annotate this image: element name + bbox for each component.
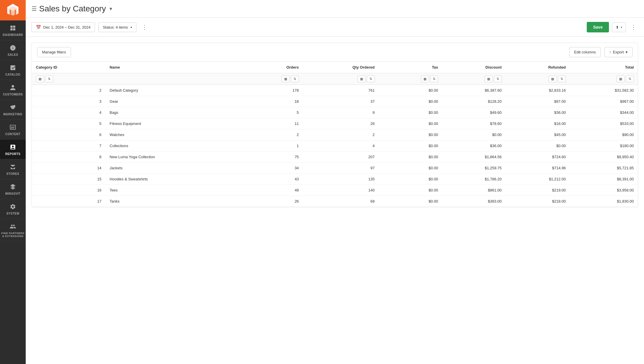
magento-logo-icon: [6, 4, 19, 17]
export-button[interactable]: ↑ Export ▾: [604, 47, 633, 57]
filter-chart-btn-tax[interactable]: ▩: [421, 76, 429, 82]
filter-controls-tax: ▩ ⇅: [383, 76, 438, 82]
save-button[interactable]: Save: [587, 22, 609, 32]
cell-name: Bags: [105, 107, 239, 118]
calendar-icon: 📅: [36, 25, 41, 29]
sidebar-item-reports[interactable]: REPORTS: [0, 140, 26, 159]
sidebar-item-customers-label: CUSTOMERS: [3, 93, 23, 96]
table-container: Manage filters Edit columns ↑ Export ▾ C…: [32, 43, 638, 207]
sidebar-item-content[interactable]: CONTENT: [0, 120, 26, 140]
share-dot: •: [621, 25, 622, 29]
date-range-filter[interactable]: 📅 Dec 1, 2024 – Dec 31, 2024: [32, 22, 95, 32]
cell-tax: $0.00: [379, 85, 442, 96]
filter-sort-btn-qty[interactable]: ⇅: [367, 76, 375, 82]
content-icon: [9, 123, 17, 131]
cell-category-id: 15: [32, 174, 105, 185]
cell-total: $9,950.40: [570, 151, 638, 163]
sales-icon: [9, 44, 17, 52]
table-row: 14Jackets3497$0.00$1,259.75$714.96$5,721…: [32, 163, 638, 174]
table-row: 3Gear1837$0.00$128.20$97.00$967.00: [32, 96, 638, 107]
sidebar-item-system[interactable]: SYSTEM: [0, 199, 26, 219]
status-filter-label: Status: 4 items: [103, 25, 128, 29]
page-title: Sales by Category: [39, 4, 106, 13]
more-options-button[interactable]: ⋮: [629, 22, 638, 32]
filter-chart-btn-refunded[interactable]: ▩: [548, 76, 557, 82]
filter-sort-btn-orders[interactable]: ⇅: [291, 76, 299, 82]
sidebar-item-mirasvit[interactable]: MIRASVIT: [0, 179, 26, 199]
cell-orders: 43: [239, 174, 303, 185]
cell-refunded: $0.00: [506, 140, 570, 151]
sidebar-item-dashboard[interactable]: DASHBOARD: [0, 20, 26, 40]
filter-chart-btn-category-id[interactable]: ▩: [36, 76, 44, 82]
filter-sort-btn-total[interactable]: ⇅: [626, 76, 634, 82]
col-header-discount: Discount: [442, 62, 506, 73]
page-title-container: ☰ Sales by Category ▾: [32, 4, 112, 13]
filter-chart-btn-total[interactable]: ▩: [617, 76, 625, 82]
edit-columns-button[interactable]: Edit columns: [569, 47, 601, 57]
toolbar-right: Save ⬆ • ⋮: [587, 22, 638, 32]
cell-name: Default Category: [105, 85, 239, 96]
filter-chart-btn-orders[interactable]: ▩: [282, 76, 290, 82]
sidebar-logo: [0, 0, 26, 20]
filter-controls-total: ▩ ⇅: [574, 76, 634, 82]
filter-cell-tax: ▩ ⇅: [379, 73, 442, 85]
status-filter[interactable]: Status: 4 items ▾: [98, 22, 136, 32]
filter-sort-btn-tax[interactable]: ⇅: [430, 76, 438, 82]
cell-qty-ordered: 26: [303, 118, 379, 129]
cell-qty-ordered: 37: [303, 96, 379, 107]
sidebar-item-content-label: CONTENT: [5, 133, 20, 136]
col-header-category-id: Category ID: [32, 62, 105, 73]
cell-category-id: 8: [32, 151, 105, 163]
sidebar-item-catalog[interactable]: CATALOG: [0, 60, 26, 80]
cell-total: $967.00: [570, 96, 638, 107]
sidebar-item-marketing-label: MARKETING: [3, 113, 22, 116]
cell-refunded: $97.00: [506, 96, 570, 107]
cell-orders: 11: [239, 118, 303, 129]
filter-sort-btn-discount[interactable]: ⇅: [494, 76, 502, 82]
table-row: 17Tanks2668$0.00$383.00$218.00$1,830.00: [32, 196, 638, 207]
page-header: ☰ Sales by Category ▾: [26, 0, 644, 18]
sidebar-item-stores[interactable]: STORES: [0, 159, 26, 179]
filter-sort-btn-refunded[interactable]: ⇅: [558, 76, 566, 82]
sidebar-item-customers[interactable]: CUSTOMERS: [0, 80, 26, 100]
filter-chart-btn-qty[interactable]: ▩: [357, 76, 366, 82]
sidebar-item-partners-label: FIND PARTNERS & EXTENSIONS: [1, 232, 25, 238]
sidebar-item-system-label: SYSTEM: [6, 212, 19, 215]
cell-total: $31,582.30: [570, 85, 638, 96]
cell-orders: 26: [239, 196, 303, 207]
sidebar-item-marketing[interactable]: MARKETING: [0, 100, 26, 120]
cell-category-id: 2: [32, 85, 105, 96]
cell-orders: 49: [239, 185, 303, 196]
sidebar-item-sales[interactable]: SALES: [0, 40, 26, 60]
cell-qty-ordered: 2: [303, 129, 379, 140]
filter-chart-btn-discount[interactable]: ▩: [485, 76, 493, 82]
cell-name: Collections: [105, 140, 239, 151]
table-row: 6Watches22$0.00$0.00$45.00$90.00: [32, 129, 638, 140]
sidebar-item-partners[interactable]: FIND PARTNERS & EXTENSIONS: [0, 219, 26, 241]
cell-name: Tees: [105, 185, 239, 196]
filter-sort-btn-category-id[interactable]: ⇅: [45, 76, 53, 82]
cell-category-id: 16: [32, 185, 105, 196]
sidebar-item-mirasvit-label: MIRASVIT: [5, 192, 20, 195]
cell-refunded: $16.00: [506, 118, 570, 129]
cell-total: $8,391.00: [570, 174, 638, 185]
col-header-total: Total: [570, 62, 638, 73]
manage-filters-button[interactable]: Manage filters: [37, 47, 71, 57]
hamburger-icon[interactable]: ☰: [32, 5, 37, 12]
export-icon: ↑: [609, 50, 611, 54]
sidebar-item-reports-label: REPORTS: [5, 152, 20, 156]
col-header-name: Name: [105, 62, 239, 73]
filter-controls-category-id: ▩ ⇅: [36, 76, 101, 82]
filter-cell-orders: ▩ ⇅: [239, 73, 303, 85]
toolbar-more-options[interactable]: ⋮: [140, 22, 149, 32]
filter-cell-discount: ▩ ⇅: [442, 73, 506, 85]
filter-controls-qty: ▩ ⇅: [307, 76, 375, 82]
cell-tax: $0.00: [379, 163, 442, 174]
cell-orders: 34: [239, 163, 303, 174]
cell-orders: 1: [239, 140, 303, 151]
system-icon: [9, 203, 17, 211]
share-button[interactable]: ⬆ •: [612, 22, 626, 32]
title-dropdown-icon[interactable]: ▾: [110, 6, 112, 12]
customers-icon: [9, 83, 17, 92]
cell-category-id: 14: [32, 163, 105, 174]
